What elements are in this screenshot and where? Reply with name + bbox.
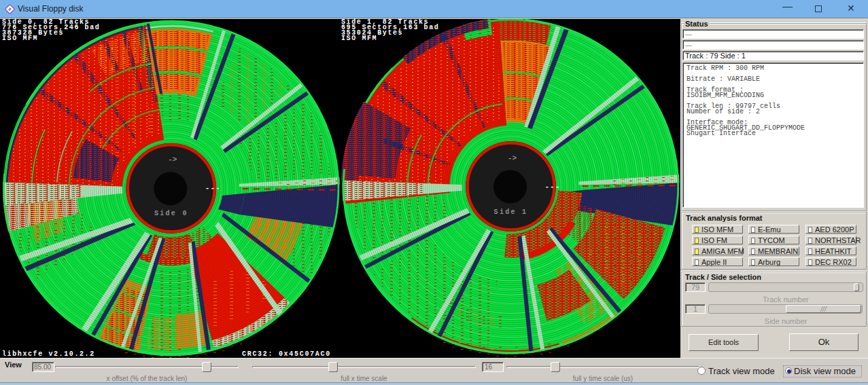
svg-text:Side 0: Side 0 (154, 210, 188, 217)
svg-text:->: -> (168, 155, 177, 164)
svg-text:---: --- (205, 184, 221, 192)
svg-text:->: -> (508, 154, 517, 162)
svg-text:Side 1: Side 1 (494, 208, 528, 216)
svg-text:---: --- (545, 183, 561, 191)
